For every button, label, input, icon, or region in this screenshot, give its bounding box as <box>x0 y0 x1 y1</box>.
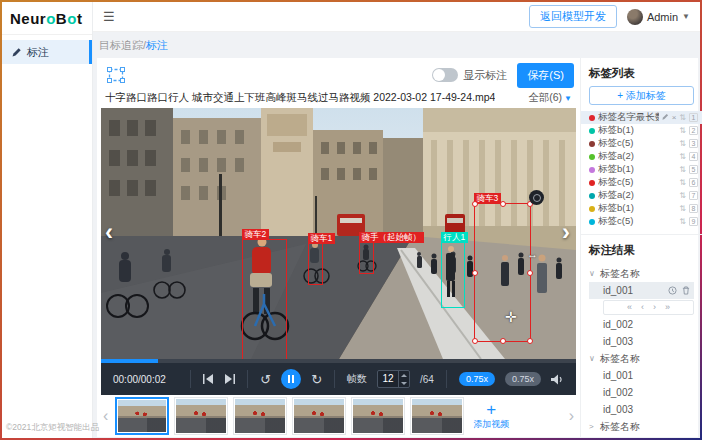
sort-icon: ⇅ <box>679 126 686 135</box>
video-thumbnail[interactable] <box>410 397 464 435</box>
copyright-text: ©2021北京矩视智能出品 <box>6 422 99 434</box>
label-color-dot <box>589 180 595 186</box>
user-menu[interactable]: Admin ▼ <box>627 9 690 25</box>
add-label-button[interactable]: + 添加标签 <box>589 86 694 105</box>
video-thumbnail[interactable] <box>233 397 287 435</box>
frame-number-stepper <box>398 371 409 387</box>
label-color-dot <box>589 219 595 225</box>
tools-row: 显示标注 保存(S) <box>101 58 576 88</box>
show-annotation-toggle[interactable]: 显示标注 <box>432 68 507 83</box>
shortcut-key: 8 <box>689 204 698 213</box>
speed-pill[interactable]: 0.75x <box>505 372 541 386</box>
step-forward-button[interactable] <box>224 374 235 384</box>
step-back-button[interactable] <box>203 374 214 384</box>
stepper-down-button[interactable] <box>399 379 409 387</box>
label-item[interactable]: 标签c(5) ⇅ 3 <box>581 137 702 150</box>
prev-video-chevron[interactable]: ‹ <box>105 220 113 244</box>
video-thumbnail[interactable] <box>292 397 346 435</box>
result-group[interactable]: ∨ 标签名称 <box>589 350 694 367</box>
add-video-button[interactable]: + 添加视频 <box>469 397 513 435</box>
result-item-id: id_003 <box>603 336 633 347</box>
logo-letter: t <box>77 10 83 27</box>
video-thumbnail-selected[interactable] <box>115 397 169 435</box>
resize-handle[interactable] <box>500 338 506 344</box>
resize-handle[interactable] <box>472 201 478 207</box>
forward-10-icon[interactable]: ↻ <box>311 373 322 386</box>
labels-panel-title: 标签列表 <box>581 58 702 86</box>
volume-icon[interactable] <box>551 374 564 385</box>
result-item-selected[interactable]: id_001 <box>589 282 694 299</box>
breadcrumb-parent[interactable]: 目标追踪 <box>99 39 143 51</box>
shortcut-key: 4 <box>689 152 698 161</box>
next-frame-button[interactable]: › <box>653 303 656 312</box>
frame-number-value[interactable]: 12 <box>378 371 398 387</box>
last-frame-button[interactable]: » <box>665 303 670 312</box>
label-item[interactable]: 标签名字最长数... × ⇅ 1 <box>581 111 702 124</box>
video-thumbnail[interactable] <box>174 397 228 435</box>
filmstrip-left-chevron[interactable]: ‹ <box>101 407 110 425</box>
resize-handle[interactable] <box>500 201 506 207</box>
result-item[interactable]: id_002 <box>589 384 694 401</box>
chevron-down-icon: ∨ <box>589 354 596 363</box>
shortcut-key: 1 <box>689 113 698 122</box>
result-item[interactable]: id_002 <box>589 316 694 333</box>
sort-icon: ⇅ <box>679 178 686 187</box>
result-group-collapsed[interactable]: > 标签名称 <box>589 418 694 435</box>
logo-letter: e <box>21 10 30 27</box>
label-item[interactable]: 标签a(2) ⇅ 4 <box>581 150 702 163</box>
delete-icon[interactable]: × <box>672 114 677 122</box>
label-item[interactable]: 标签b(1) ⇅ 2 <box>581 124 702 137</box>
result-group-name: 标签名称 <box>600 420 640 434</box>
result-item[interactable]: id_003 <box>589 333 694 350</box>
prev-frame-button[interactable]: ‹ <box>641 303 644 312</box>
stepper-up-button[interactable] <box>399 371 409 379</box>
annotation-box[interactable]: 行人1 <box>441 242 465 308</box>
result-group[interactable]: ∨ 标签名称 <box>589 265 694 282</box>
result-item[interactable]: id_003 <box>589 401 694 418</box>
sort-icon: ⇅ <box>679 165 686 174</box>
filmstrip-right-chevron[interactable]: › <box>567 407 576 425</box>
edit-icon[interactable] <box>662 113 669 122</box>
next-video-chevron[interactable]: › <box>562 220 570 244</box>
label-item[interactable]: 标签c(5) ⇅ 9 <box>581 215 702 228</box>
sidebar-item-annotate[interactable]: 标注 <box>2 40 92 64</box>
resize-handle[interactable] <box>527 270 533 276</box>
label-item[interactable]: 标签b(1) ⇅ 5 <box>581 163 702 176</box>
speed-pill-active[interactable]: 0.75x <box>459 372 495 386</box>
logo-letter: N <box>10 10 21 27</box>
thumbnail-image <box>412 399 462 433</box>
video-progress-bar[interactable] <box>101 359 576 363</box>
toggle-switch-off[interactable] <box>432 68 458 82</box>
label-item[interactable]: 标签c(5) ⇅ 6 <box>581 176 702 189</box>
annotation-box-selected[interactable]: 骑车3 ✛ ↔ <box>474 203 531 342</box>
resize-handle[interactable] <box>472 338 478 344</box>
back-to-model-dev-button[interactable]: 返回模型开发 <box>529 5 617 28</box>
resize-handle[interactable] <box>472 270 478 276</box>
shortcut-key: 9 <box>689 217 698 226</box>
avatar <box>627 9 643 25</box>
chevron-down-icon: ▼ <box>564 94 572 103</box>
pause-button[interactable] <box>281 369 301 389</box>
results-panel-title: 标注结果 <box>581 235 702 263</box>
trash-icon[interactable] <box>682 286 690 295</box>
label-item[interactable]: 标签a(2) ⇅ 7 <box>581 189 702 202</box>
collapse-menu-icon[interactable]: ☰ <box>103 9 115 24</box>
video-thumbnail[interactable] <box>351 397 405 435</box>
frame-number-input[interactable]: 12 <box>377 370 410 388</box>
bbox-draw-tool-icon[interactable] <box>107 67 125 83</box>
label-item[interactable]: 标签b(1) ⇅ 8 <box>581 202 702 215</box>
history-icon[interactable] <box>668 286 677 295</box>
camera-lens-icon[interactable] <box>529 190 544 205</box>
filter-dropdown[interactable]: 全部(6) ▼ <box>528 91 572 105</box>
add-video-label: 添加视频 <box>473 418 509 431</box>
annotation-box[interactable]: 骑车1 <box>308 243 323 285</box>
resize-handle[interactable] <box>527 338 533 344</box>
save-button[interactable]: 保存(S) <box>517 63 574 88</box>
video-canvas[interactable]: 骑车2 骑车1 骑手（起始帧） 行人1 骑车3 <box>101 108 576 363</box>
annotation-box[interactable]: 骑手（起始帧） <box>359 242 374 274</box>
rewind-10-icon[interactable]: ↺ <box>260 373 271 386</box>
annotation-box[interactable]: 骑车2 <box>242 239 287 360</box>
label-color-dot <box>589 128 595 134</box>
first-frame-button[interactable]: « <box>627 303 632 312</box>
result-item[interactable]: id_001 <box>589 367 694 384</box>
